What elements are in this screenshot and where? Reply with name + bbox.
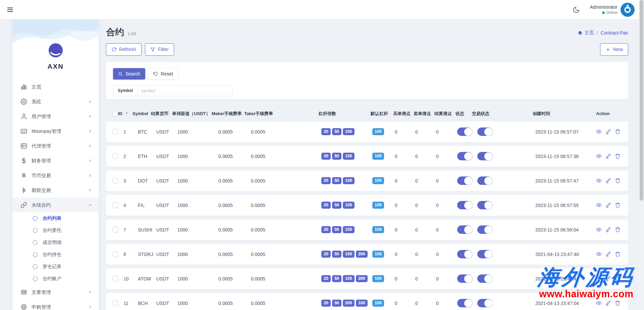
sidebar-item-finance-management[interactable]: 财务管理 — [12, 153, 99, 168]
delete-action-icon[interactable] — [615, 300, 621, 306]
view-action-icon[interactable] — [596, 300, 602, 306]
view-action-icon[interactable] — [596, 251, 602, 257]
sidebar-item-article-management[interactable]: 文章管理 — [12, 285, 99, 300]
delete-action-icon[interactable] — [615, 251, 621, 257]
delete-action-icon[interactable] — [615, 178, 621, 184]
cell-sell-slippage: 0 — [414, 203, 434, 208]
row-checkbox[interactable] — [113, 227, 118, 232]
sidebar-item-subscription-management[interactable]: 申购管理 — [12, 300, 99, 310]
sort-ascending-icon[interactable] — [124, 111, 129, 116]
status-toggle-on[interactable] — [457, 250, 472, 258]
cell-actions — [596, 276, 624, 281]
delete-action-icon[interactable] — [615, 129, 621, 135]
view-action-icon[interactable] — [596, 129, 602, 135]
trade-status-toggle-on[interactable] — [477, 201, 492, 209]
leverage-badge: 200 — [356, 275, 368, 282]
cell-buy-slippage: 0 — [393, 154, 414, 159]
row-checkbox[interactable] — [113, 251, 118, 257]
breadcrumb-current[interactable]: Contract-Pair — [601, 30, 628, 36]
circle-bullet-icon — [33, 240, 38, 245]
sidebar-item-system[interactable]: 系统 — [12, 94, 99, 109]
col-header-sell-slippage: 卖单滑点 — [414, 111, 434, 117]
cell-leverages: 2050100 — [319, 226, 371, 233]
sidebar-item-perpetual-contract[interactable]: 永续合约 — [12, 198, 99, 212]
sidebar-logo[interactable]: AXN — [12, 19, 99, 70]
dark-mode-moon-icon[interactable] — [573, 6, 580, 13]
view-action-icon[interactable] — [596, 178, 602, 184]
edit-action-icon[interactable] — [605, 178, 611, 184]
menu-toggle-icon[interactable] — [7, 6, 13, 13]
sidebar-subitem-label: 合约账户 — [43, 276, 61, 282]
status-toggle-on[interactable] — [457, 299, 472, 307]
sidebar-subitem-liquidation-records[interactable]: 穿仓记录 — [12, 261, 99, 273]
col-header-label: 杠杆倍数 — [319, 111, 336, 117]
row-checkbox[interactable] — [113, 178, 118, 184]
sidebar-item-user-management[interactable]: 用户管理 — [12, 109, 99, 124]
status-toggle-on[interactable] — [457, 225, 472, 234]
sidebar-item-spot-trading[interactable]: B币币交易 — [12, 168, 99, 183]
trade-status-toggle-on[interactable] — [477, 152, 492, 160]
cell-face-value: 1000 — [172, 301, 212, 306]
sidebar-subitem-contract-positions[interactable]: 合约持仓 — [12, 249, 99, 261]
status-toggle-on[interactable] — [457, 274, 472, 283]
view-action-icon[interactable] — [596, 276, 602, 281]
refresh-button[interactable]: Refresh — [106, 43, 142, 56]
trade-status-toggle-on[interactable] — [477, 176, 492, 185]
scrollbar-thumb[interactable] — [640, 0, 643, 201]
axn-logo-icon — [48, 43, 64, 59]
delete-action-icon[interactable] — [615, 202, 621, 208]
edit-action-icon[interactable] — [605, 300, 611, 306]
row-checkbox[interactable] — [113, 202, 118, 208]
status-toggle-on[interactable] — [457, 176, 472, 185]
row-checkbox[interactable] — [113, 276, 118, 281]
symbol-input[interactable] — [138, 86, 232, 96]
col-header-id[interactable]: ID — [118, 111, 132, 116]
user-avatar[interactable] — [621, 3, 635, 17]
view-action-icon[interactable] — [596, 202, 602, 208]
row-checkbox[interactable] — [113, 300, 118, 306]
delete-action-icon[interactable] — [615, 276, 621, 281]
delete-action-icon[interactable] — [615, 153, 621, 159]
trade-status-toggle-on[interactable] — [477, 274, 492, 283]
view-action-icon[interactable] — [596, 153, 602, 159]
trade-status-toggle-on[interactable] — [477, 250, 492, 258]
reset-button[interactable]: Reset — [148, 68, 178, 80]
edit-action-icon[interactable] — [605, 276, 611, 281]
sidebar-item-moonpay-management[interactable]: CCMoonpay管理 — [12, 124, 99, 139]
breadcrumb-home-link[interactable]: 主页 — [578, 30, 594, 36]
edit-action-icon[interactable] — [605, 153, 611, 159]
cell-trade-status — [472, 201, 533, 209]
sidebar-subitem-trade-details[interactable]: 成交明细 — [12, 237, 99, 249]
cell-maker-fee: 0.0005 — [212, 129, 244, 135]
row-checkbox[interactable] — [113, 129, 118, 135]
sidebar-item-agent-management[interactable]: 代理管理 — [12, 139, 99, 153]
sidebar-item-options-trading[interactable]: B期权交易 — [12, 183, 99, 198]
col-header-face-value: 单张面值（USDT） — [172, 111, 212, 117]
sidebar-subitem-contract-orders[interactable]: 合约委托 — [12, 224, 99, 237]
row-checkbox[interactable] — [113, 153, 118, 159]
filter-button[interactable]: Filter — [145, 43, 174, 56]
search-button[interactable]: Search — [113, 68, 145, 80]
edit-action-icon[interactable] — [605, 202, 611, 208]
status-toggle-on[interactable] — [457, 152, 472, 160]
sidebar-subitem-contract-list[interactable]: 合约列表 — [12, 212, 99, 224]
view-action-icon[interactable] — [596, 227, 602, 232]
edit-action-icon[interactable] — [605, 227, 611, 232]
cell-taker-fee: 0.0005 — [244, 129, 319, 135]
cell-created-at: 2021-04-13 23:47:04 — [533, 301, 596, 306]
sidebar-item-home[interactable]: 主页 — [12, 80, 99, 94]
new-button[interactable]: New — [600, 43, 628, 56]
cell-trade-status — [472, 250, 533, 258]
edit-action-icon[interactable] — [605, 129, 611, 135]
delete-action-icon[interactable] — [615, 227, 621, 232]
status-toggle-on[interactable] — [457, 127, 472, 136]
edit-action-icon[interactable] — [605, 251, 611, 257]
leverage-badge: 20 — [321, 251, 331, 258]
sidebar-subitem-contract-accounts[interactable]: 合约账户 — [12, 273, 99, 285]
trade-status-toggle-on[interactable] — [477, 299, 492, 307]
select-all-checkbox[interactable] — [113, 111, 118, 116]
trade-status-toggle-on[interactable] — [477, 127, 492, 136]
status-toggle-on[interactable] — [457, 201, 472, 209]
trade-status-toggle-on[interactable] — [477, 225, 492, 234]
user-menu[interactable]: Administrator Online — [590, 4, 618, 15]
